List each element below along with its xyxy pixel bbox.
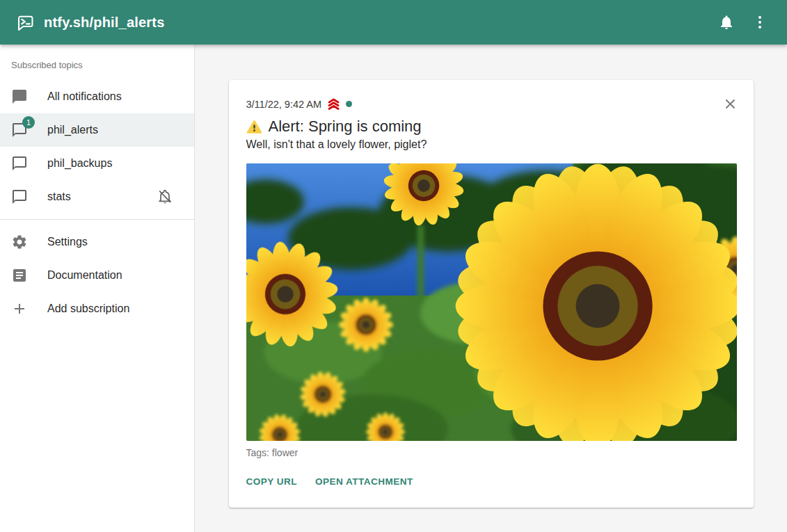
notification-body: Well, isn't that a lovely flower, piglet… [246,138,736,151]
overflow-menu-button[interactable] [745,8,774,37]
sidebar-item-documentation[interactable]: Documentation [0,259,194,292]
notifications-off-icon [157,188,173,205]
sidebar-item-phil-alerts[interactable]: 1 phil_alerts [0,113,194,147]
notification-card: 3/11/22, 9:42 AM Alert: Spring is co [229,80,754,508]
unread-dot [346,101,352,107]
app-bar: ntfy.sh/phil_alerts [0,0,787,45]
notification-meta: 3/11/22, 9:42 AM [246,97,736,111]
sidebar-item-label: phil_alerts [47,124,98,136]
sidebar-item-add-subscription[interactable]: Add subscription [0,292,194,325]
subscribed-topics-label: Subscribed topics [0,60,194,80]
chat-outline-icon [11,188,28,205]
sidebar: Subscribed topics All notifications 1 ph… [0,45,195,532]
open-attachment-button[interactable]: OPEN ATTACHMENT [310,471,419,492]
sidebar-item-all-notifications[interactable]: All notifications [0,80,194,113]
sidebar-item-stats[interactable]: stats [0,180,194,213]
warning-emoji-icon [246,119,262,135]
notification-actions: COPY URL OPEN ATTACHMENT [241,471,736,492]
chat-outline-icon: 1 [11,122,28,138]
copy-url-button[interactable]: COPY URL [241,471,303,492]
sidebar-item-label: Add subscription [47,303,129,315]
notification-title: Alert: Spring is coming [269,118,422,136]
bell-icon [718,14,735,31]
chat-outline-icon [11,155,28,172]
ntfy-logo-icon [15,13,34,32]
sidebar-item-label: Settings [47,236,88,248]
sunflower-photo [246,163,737,441]
sidebar-divider [0,219,194,220]
more-vert-icon [752,14,768,31]
notification-title-row: Alert: Spring is coming [246,118,736,136]
sidebar-item-phil-backups[interactable]: phil_backups [0,147,194,180]
chat-filled-icon [11,88,28,105]
article-icon [11,267,28,284]
plus-icon [11,300,28,317]
close-notification-button[interactable] [721,94,740,113]
sidebar-item-settings[interactable]: Settings [0,225,194,259]
attachment-image[interactable] [246,163,737,441]
notification-tags: Tags: flower [246,447,736,458]
main-content: 3/11/22, 9:42 AM Alert: Spring is co [195,45,787,532]
close-icon [722,96,738,112]
app-title: ntfy.sh/phil_alerts [44,15,164,31]
unread-count-badge: 1 [22,116,35,129]
ntfy-app: ntfy.sh/phil_alerts Subscribed topics [0,0,787,532]
priority-max-icon [326,97,341,111]
sidebar-item-label: stats [47,191,71,203]
notification-timestamp: 3/11/22, 9:42 AM [246,99,322,110]
notifications-bell-button[interactable] [712,8,741,37]
sidebar-item-label: phil_backups [47,157,112,170]
sidebar-item-label: Documentation [47,269,122,282]
sidebar-item-label: All notifications [47,90,122,103]
gear-icon [11,234,28,250]
